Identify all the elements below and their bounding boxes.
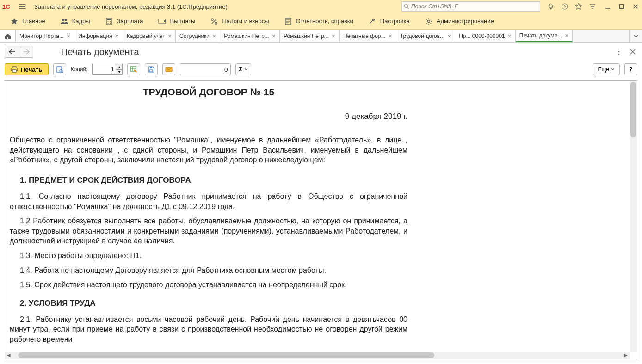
menu-settings[interactable]: Настройка: [361, 14, 417, 28]
print-toolbar: Печать Копий: ▲▼ Σ Еще ?: [0, 61, 642, 78]
menu-payments[interactable]: Выплаты: [151, 14, 203, 28]
tab-information[interactable]: Информация×: [74, 30, 123, 42]
hamburger-menu-icon[interactable]: [17, 2, 28, 11]
wrench-icon: [368, 17, 377, 25]
copies-input[interactable]: [92, 64, 116, 75]
nav-forward-button[interactable]: [19, 46, 33, 57]
copies-label: Копий:: [71, 66, 88, 73]
search-icon: [404, 4, 409, 9]
tab-romashkin-1[interactable]: Ромашкин Петр...×: [220, 30, 280, 42]
document-page: ТРУДОВОЙ ДОГОВОР № 15 9 декабря 2019 г. …: [5, 81, 412, 352]
document-viewport[interactable]: ТРУДОВОЙ ДОГОВОР № 15 9 декабря 2019 г. …: [5, 81, 630, 352]
menu-main[interactable]: Главное: [3, 14, 53, 28]
menu-hr[interactable]: Кадры: [53, 14, 98, 28]
email-button[interactable]: [162, 63, 175, 75]
tab-close-icon[interactable]: ×: [565, 32, 568, 39]
filter-icon[interactable]: [588, 2, 597, 11]
tab-close-icon[interactable]: ×: [508, 32, 512, 40]
svg-point-17: [107, 23, 108, 24]
global-search[interactable]: [401, 1, 540, 12]
tab-romashkin-2[interactable]: Ромашкин Петр...×: [280, 30, 340, 42]
table-edit-button[interactable]: [127, 63, 140, 75]
spin-down-icon[interactable]: ▼: [116, 69, 122, 75]
home-tab[interactable]: [0, 30, 16, 42]
tab-close-icon[interactable]: ×: [212, 32, 216, 40]
close-page-icon[interactable]: [628, 47, 637, 56]
svg-rect-14: [107, 19, 111, 20]
star-filled-icon: [10, 17, 19, 25]
tab-print-document[interactable]: Печать докуме...×: [516, 30, 573, 42]
page-header: Печать документа: [0, 43, 642, 61]
tab-close-icon[interactable]: ×: [447, 32, 451, 40]
star-icon[interactable]: [574, 2, 583, 11]
tab-contract[interactable]: Трудовой догов...×: [396, 30, 455, 42]
tab-monitor-portal[interactable]: Монитор Порта...×: [16, 30, 74, 42]
svg-point-15: [107, 21, 108, 22]
svg-rect-8: [620, 5, 624, 9]
menu-salary[interactable]: Зарплата: [98, 14, 151, 28]
app-logo-icon: 1С: [2, 2, 14, 11]
title-bar: 1С Зарплата и управление персоналом, ред…: [0, 0, 642, 13]
tab-close-icon[interactable]: ×: [67, 32, 70, 40]
nav-back-button[interactable]: [5, 46, 19, 57]
tab-close-icon[interactable]: ×: [168, 32, 172, 40]
scroll-left-arrow-icon[interactable]: ◄: [5, 352, 12, 359]
scroll-thumb[interactable]: [630, 82, 636, 137]
tab-close-icon[interactable]: ×: [115, 32, 119, 40]
tab-close-icon[interactable]: ×: [332, 32, 335, 40]
svg-point-30: [618, 51, 620, 53]
more-button[interactable]: Еще: [593, 63, 620, 75]
para-1-1: 1.1. Согласно настоящему договору Работн…: [10, 191, 407, 211]
tab-hr-accounting[interactable]: Кадровый учет×: [123, 30, 176, 42]
svg-line-2: [407, 7, 409, 9]
save-button[interactable]: [145, 63, 158, 75]
para-1-5: 1.5. Срок действия настоящего трудового …: [10, 280, 407, 290]
scroll-thumb[interactable]: [18, 352, 434, 358]
calculator-icon: [105, 17, 113, 25]
doc-date: 9 декабря 2019 г.: [10, 111, 407, 122]
doc-intro: Общество с ограниченной ответственностью…: [10, 135, 407, 165]
sum-input[interactable]: [180, 63, 231, 75]
svg-text:1С: 1С: [2, 3, 10, 10]
para-1-3: 1.3. Место работы определено: П1.: [10, 251, 407, 261]
spin-up-icon[interactable]: ▲: [116, 64, 122, 69]
tabs-bar: Монитор Порта...× Информация× Кадровый у…: [0, 30, 642, 43]
tab-order[interactable]: Пр... 0000-000001×: [455, 30, 516, 42]
svg-point-11: [62, 19, 64, 21]
menu-reports[interactable]: Отчетность, справки: [277, 14, 361, 28]
tab-employees[interactable]: Сотрудники×: [176, 30, 220, 42]
menu-label: Администрирование: [437, 18, 494, 25]
maximize-button[interactable]: [617, 2, 626, 11]
document-preview: ТРУДОВОЙ ДОГОВОР № 15 9 декабря 2019 г. …: [5, 80, 637, 359]
close-window-button[interactable]: [631, 2, 640, 11]
page-title: Печать документа: [61, 47, 139, 57]
menu-label: Зарплата: [117, 18, 143, 25]
vertical-scrollbar[interactable]: [630, 81, 637, 352]
print-button[interactable]: Печать: [5, 63, 49, 75]
svg-point-12: [64, 19, 67, 21]
percent-icon: [210, 17, 218, 25]
copies-spinner[interactable]: ▲▼: [116, 64, 123, 75]
doc-title: ТРУДОВОЙ ДОГОВОР № 15: [10, 86, 407, 99]
search-input[interactable]: [411, 3, 538, 10]
tab-close-icon[interactable]: ×: [272, 32, 276, 40]
app-title: Зарплата и управление персоналом, редакц…: [34, 3, 228, 10]
tab-print-forms[interactable]: Печатные фор...×: [340, 30, 396, 42]
menu-admin[interactable]: Администрирование: [417, 14, 501, 28]
scroll-right-arrow-icon[interactable]: ►: [622, 352, 630, 359]
bell-icon[interactable]: [547, 2, 555, 11]
minimize-button[interactable]: [603, 2, 612, 11]
horizontal-scrollbar[interactable]: ◄ ►: [5, 352, 630, 359]
sigma-button[interactable]: Σ: [235, 63, 251, 75]
tabs-dropdown[interactable]: [629, 30, 642, 42]
menu-taxes[interactable]: Налоги и взносы: [203, 14, 276, 28]
para-1-2: 1.2 Работник обязуется выполнять все раб…: [10, 216, 407, 246]
preview-button[interactable]: [53, 63, 66, 75]
svg-line-23: [212, 19, 216, 24]
history-icon[interactable]: [561, 2, 569, 11]
more-vertical-icon[interactable]: [614, 47, 623, 56]
help-button[interactable]: ?: [624, 63, 637, 75]
section-1-title: 1. ПРЕДМЕТ И СРОК ДЕЙСТВИЯ ДОГОВОРА: [20, 175, 407, 186]
tab-close-icon[interactable]: ×: [389, 32, 392, 40]
svg-point-29: [618, 49, 620, 50]
